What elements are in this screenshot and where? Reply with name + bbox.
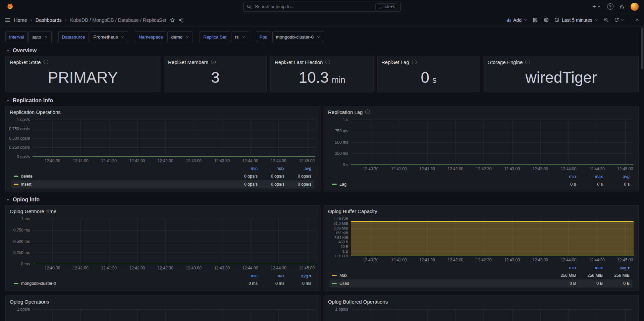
variable-value-dropdown[interactable]: Prometheus [90,31,128,42]
series-swatch [14,184,18,185]
legend-sort-avg[interactable]: avg [603,174,630,179]
keyboard-shortcut-badge: ctrl+k [375,3,397,10]
x-axis-label: 12:42:30 [476,258,492,262]
plot-area[interactable] [33,219,315,264]
variable-value-dropdown[interactable]: auto [29,31,51,42]
share-button[interactable] [178,17,184,23]
refresh-button[interactable] [614,17,624,22]
legend-row-mongodb-cluster-0[interactable]: mongodb-cluster-00 ms0 ms0 ms [11,279,314,287]
panel-header[interactable]: Oplog Buffered Operations [324,296,638,307]
stat-panel-replset-state: ReplSet State PRIMARY [5,56,160,92]
legend-sort-max[interactable]: max [576,265,603,270]
panel-header[interactable]: Replication Lag [324,106,638,118]
replication-info-row: Replication Operations 1 ops/s0.750 ops/… [5,106,639,191]
legend-sort-max[interactable]: max [576,174,603,179]
chevron-down-icon [6,198,10,202]
x-axis-label: 12:43:30 [532,258,548,262]
help-button[interactable] [607,3,613,10]
time-range-picker[interactable]: Last 5 minutes [554,17,598,23]
panel-header[interactable]: Oplog Operations [6,296,320,307]
variable-value-dropdown[interactable]: rs [231,31,249,42]
info-icon[interactable] [525,60,530,64]
zoom-out-time-button[interactable] [604,17,609,22]
variable-value-dropdown[interactable]: demo [167,31,193,42]
info-icon[interactable] [412,60,417,64]
v-gridline [137,309,138,321]
y-axis-label: 1 ops/s [17,307,30,312]
plot-area[interactable] [33,120,315,157]
v-gridline [250,309,251,321]
legend-sort-max[interactable]: max [258,166,284,171]
panel-header[interactable]: ReplSet Members [164,56,267,68]
info-icon[interactable] [365,110,370,114]
v-gridline [569,120,569,165]
chart-oplog-operations: 1 ops/s 12:40:3012:41:0012:41:3012:42:00… [6,307,320,321]
legend-sort-avg[interactable]: avg ▾ [284,273,311,278]
chevron-down-icon [6,49,10,53]
dashboard-settings-button[interactable] [543,17,549,23]
legend-row-Max[interactable]: Max256 MiB256 MiB256 MiB [329,271,632,279]
chart-oplog-buffer-capacity: 1.19 GiB61.0 MiB3.05 MiB156 KiB7.81 KiB4… [324,217,638,290]
info-icon[interactable] [44,60,48,64]
info-icon[interactable] [211,60,216,64]
page-scrollbar[interactable] [641,27,643,69]
panel-oplog-operations: Oplog Operations 1 ops/s 12:40:3012:41:0… [5,296,320,321]
panel-header[interactable]: ReplSet Lag [377,56,480,68]
plot-area[interactable] [351,120,634,165]
variable-label: Pod [256,31,271,42]
series-swatch [14,176,18,177]
plot-area[interactable] [33,309,315,321]
hide-controls-button[interactable] [635,18,639,22]
legend-sort-min[interactable]: min [231,166,258,171]
v-gridline [278,219,279,264]
legend-sort-avg[interactable]: avg [284,166,311,171]
panel-header[interactable]: ReplSet Last Election [271,56,373,68]
panel-title: Replication Operations [10,109,61,115]
search-input[interactable]: Search or jump to... ctrl+k [243,2,401,12]
legend-row-delete[interactable]: delete0 ops/s0 ops/s0 ops/s [11,172,314,180]
panel-header[interactable]: ReplSet State [6,56,160,68]
favorite-button[interactable] [170,17,175,23]
legend-sort-avg[interactable]: avg ▾ [603,265,630,270]
variable-value-dropdown[interactable]: mongodb-cluster-0 [272,31,324,42]
plot-area[interactable] [351,309,634,321]
mega-menu-button[interactable] [5,17,11,23]
legend-sort-min[interactable]: min [231,273,258,278]
variables-bar: Interval auto Datasource Prometheus Name… [5,27,639,42]
legend-value: 0 ms [284,281,311,286]
clock-icon [554,17,559,22]
panel-header[interactable]: Storage Engine [484,56,638,68]
panel-header[interactable]: Oplog Getmore Time [6,205,320,217]
info-icon[interactable] [325,60,330,64]
legend-value: 0 ops/s [231,182,258,187]
h-gridline [33,147,315,148]
h-gridline [33,242,315,242]
section-header-overview[interactable]: Overview [6,48,639,54]
y-axis-label: 156 KiB [335,231,348,235]
legend-sort-min[interactable]: min [549,174,576,179]
breadcrumb-dashboards[interactable]: Dashboards [36,17,62,23]
grafana-logo[interactable] [5,2,14,11]
legend-row-insert[interactable]: insert0 ops/s0 ops/s0 ops/s [11,180,314,188]
x-axis-label: 12:41:30 [419,258,435,262]
new-menu-button[interactable] [592,3,601,10]
save-dashboard-button[interactable] [533,17,538,23]
h-gridline [33,219,315,219]
panel-title: Oplog Operations [10,299,49,305]
news-button[interactable] [620,4,625,9]
panel-header[interactable]: Oplog Buffer Capacity [324,205,638,217]
legend-value: 0 ops/s [258,174,284,179]
plot-area[interactable] [351,219,634,256]
legend-row-Used[interactable]: Used0 B0 B0 B [329,279,632,287]
breadcrumb-home[interactable]: Home [14,17,27,23]
panel-replication-operations: Replication Operations 1 ops/s0.750 ops/… [5,106,320,191]
legend-sort-max[interactable]: max [258,273,284,278]
section-header-oplog-info[interactable]: Oplog Info [6,197,639,203]
section-header-replication-info[interactable]: Replication Info [6,98,639,104]
add-panel-button[interactable]: Add [506,17,527,23]
legend-row-Lag[interactable]: Lag0 s0 s0 s [329,180,632,188]
panel-header[interactable]: Replication Operations [6,106,320,118]
user-avatar[interactable] [631,3,639,11]
legend-sort-min[interactable]: min [549,265,576,270]
v-gridline [194,120,194,157]
